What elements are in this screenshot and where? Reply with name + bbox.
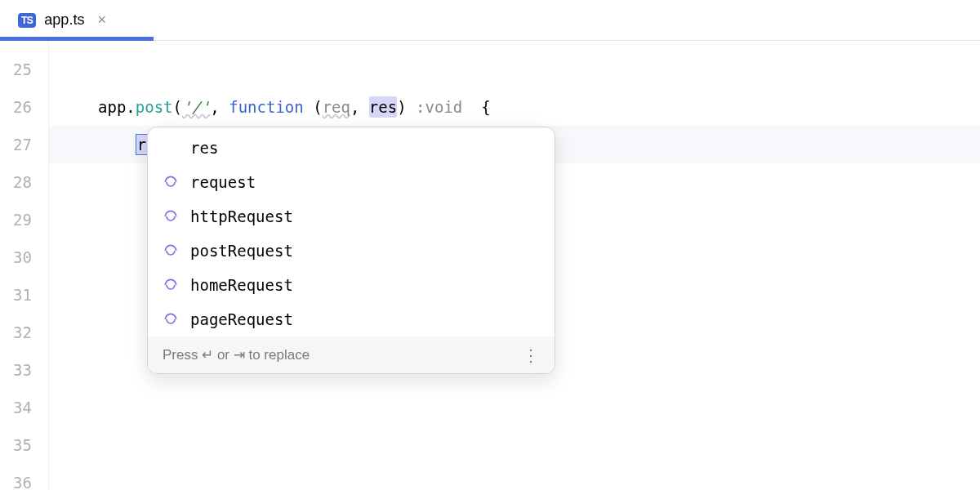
token: ): [397, 98, 416, 116]
line-number: 32: [0, 314, 32, 351]
gutter: 25 26 27 28 29 30 31 32 33 34 35 36: [0, 41, 49, 490]
footer-hint: Press ↵ or ⇥ to replace: [163, 346, 310, 363]
suggestion-label: res: [190, 139, 218, 157]
line-number: 26: [0, 88, 32, 126]
line-number: 30: [0, 238, 32, 276]
token: '/': [182, 98, 210, 116]
token: ,: [210, 98, 229, 116]
suggestion-label: postRequest: [190, 242, 293, 260]
ai-suggest-icon: [163, 277, 179, 293]
editor: 25 26 27 28 29 30 31 32 33 34 35 36 app.…: [0, 41, 980, 490]
line-number: 27: [0, 126, 32, 163]
suggestion-label: httpRequest: [190, 207, 293, 225]
token: app: [98, 98, 126, 116]
suggestion-item[interactable]: res: [148, 127, 555, 165]
token: ,: [350, 98, 369, 116]
line-number: 25: [0, 51, 32, 88]
token-keyword: function: [229, 98, 313, 116]
token-param: req: [323, 98, 350, 116]
code-line[interactable]: [49, 389, 980, 426]
hint-text: or: [213, 347, 234, 363]
suggestion-item[interactable]: request: [148, 165, 555, 199]
tab-bar: TS app.ts ×: [0, 0, 980, 41]
hint-text: to replace: [245, 347, 310, 363]
token: post: [136, 98, 173, 116]
code-line[interactable]: [49, 464, 980, 490]
token: (: [173, 98, 182, 116]
enter-key-icon: ↵: [202, 347, 213, 363]
close-icon[interactable]: ×: [97, 11, 106, 29]
ai-suggest-icon: [163, 174, 179, 190]
tab-key-icon: ⇥: [234, 347, 245, 363]
suggestion-label: request: [190, 173, 256, 191]
suggestion-label: homeRequest: [190, 276, 293, 294]
file-tab[interactable]: TS app.ts ×: [7, 0, 118, 40]
line-number: 29: [0, 201, 32, 238]
popup-footer: Press ↵ or ⇥ to replace ⋮: [148, 336, 555, 373]
ai-suggest-icon: [163, 311, 179, 327]
suggestion-item[interactable]: postRequest: [148, 234, 555, 268]
line-number: 36: [0, 464, 32, 490]
token: (: [313, 98, 322, 116]
suggestion-item[interactable]: homeRequest: [148, 268, 555, 302]
more-options-icon[interactable]: ⋮: [523, 347, 540, 363]
code-area[interactable]: app.post('/', function (req, res) :void …: [49, 41, 980, 490]
token-param-highlighted: res: [369, 96, 397, 118]
token-type: void: [425, 98, 482, 116]
tab-filename: app.ts: [44, 11, 84, 29]
suggestion-label: pageRequest: [190, 310, 293, 328]
ai-suggest-icon: [163, 208, 179, 225]
line-number: 33: [0, 351, 32, 389]
line-number: 35: [0, 426, 32, 464]
hint-text: Press: [163, 347, 202, 363]
code-line[interactable]: app.post('/', function (req, res) :void …: [49, 88, 980, 126]
line-number: 34: [0, 389, 32, 426]
indent: [98, 136, 136, 154]
code-line[interactable]: [49, 51, 980, 88]
ai-suggest-icon: [163, 243, 179, 259]
suggestion-item[interactable]: httpRequest: [148, 199, 555, 234]
line-number: 31: [0, 276, 32, 314]
suggestion-item[interactable]: pageRequest: [148, 302, 555, 336]
line-number: 28: [0, 163, 32, 201]
autocomplete-popup: res request httpRequest postRequest: [147, 127, 555, 374]
code-line[interactable]: [49, 426, 980, 464]
token: :: [416, 98, 425, 116]
token: .: [126, 98, 135, 116]
token: {: [481, 98, 490, 116]
typescript-icon: TS: [18, 13, 36, 28]
